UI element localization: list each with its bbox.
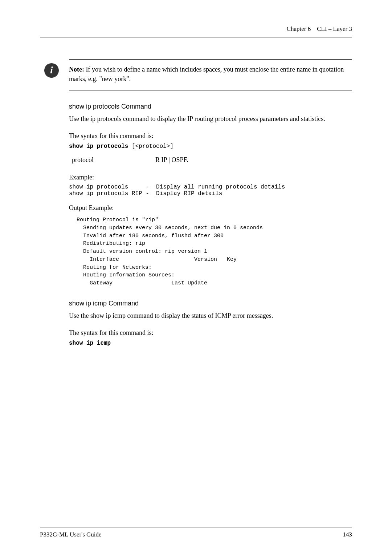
- footer-left: P332G-ML User's Guide: [40, 531, 102, 538]
- section2-title: show ip icmp Command: [69, 300, 352, 307]
- section1-desc: Use the ip protocols command to display …: [69, 114, 352, 124]
- output-block: Routing Protocol is "rip" Sending update…: [73, 216, 352, 287]
- footer-page-number: 143: [343, 531, 352, 538]
- note-bottom-rule: [69, 90, 352, 90]
- section2-syntax: show ip icmp: [69, 340, 352, 347]
- note-prefix: Note:: [69, 66, 84, 73]
- page-header: Chapter 6 CLI – Layer 3: [40, 25, 352, 33]
- chapter-title: CLI – Layer 3: [317, 25, 352, 32]
- header-rule: [40, 37, 352, 37]
- section1-title: show ip protocols Command: [69, 103, 352, 110]
- output-label: Output Example:: [69, 204, 352, 212]
- param-desc: R IP | OSPF.: [155, 156, 188, 164]
- info-icon: i: [44, 63, 59, 78]
- section2-syntax-intro: The syntax for this command is:: [69, 328, 352, 338]
- param-name: protocol: [72, 156, 155, 164]
- example-label: Example:: [69, 173, 352, 182]
- chapter-label: Chapter 6: [287, 25, 311, 32]
- section2-desc: Use the show ip icmp command to display …: [69, 311, 352, 321]
- section1-syntax-intro: The syntax for this command is:: [69, 131, 352, 141]
- section1-syntax-bold: show ip protocols: [69, 143, 128, 150]
- footer-rule: [40, 527, 352, 527]
- section1-syntax-rest: [<protocol>]: [128, 143, 173, 150]
- example-line1: show ip protocols - Display all running …: [69, 184, 352, 190]
- example-line2: show ip protocols RIP - Display RIP deta…: [69, 190, 352, 197]
- page-footer: P332G-ML User's Guide 143: [40, 527, 352, 538]
- note-block: i Note: If you wish to define a name whi…: [69, 59, 352, 90]
- info-icon-glyph: i: [50, 65, 53, 76]
- section1-syntax: show ip protocols [<protocol>]: [69, 143, 352, 150]
- param-row: protocol R IP | OSPF.: [72, 156, 352, 164]
- main-content: show ip protocols Command Use the ip pro…: [69, 103, 352, 347]
- section2-syntax-bold: show ip icmp: [69, 340, 111, 347]
- note-body-text: If you wish to define a name which inclu…: [69, 66, 344, 82]
- note-text: Note: If you wish to define a name which…: [69, 65, 352, 84]
